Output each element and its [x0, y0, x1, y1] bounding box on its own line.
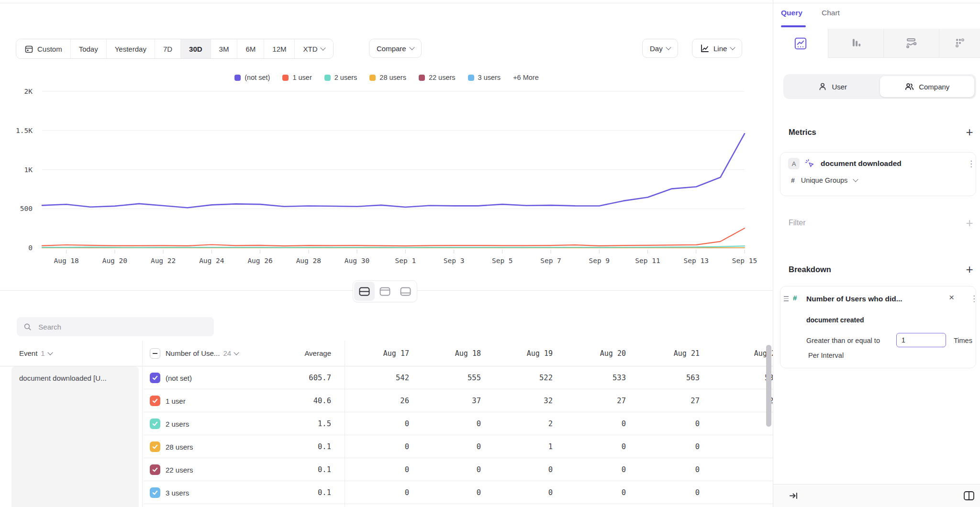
event-column-header[interactable]: Event 1 — [19, 341, 52, 366]
range-6m-button[interactable]: 6M — [237, 39, 264, 58]
row-checkbox[interactable] — [150, 396, 160, 406]
metric-measure-row[interactable]: # Unique Groups — [791, 176, 858, 184]
group-value-label[interactable]: 22 users — [166, 458, 193, 481]
row-checkbox[interactable] — [150, 487, 160, 498]
breakdown-value-input[interactable] — [896, 333, 946, 347]
breakdown-condition-label[interactable]: Greater than or equal to — [806, 337, 880, 344]
breakdown-menu-icon[interactable]: ⋮ — [970, 294, 978, 304]
event-count: 1 — [41, 349, 45, 357]
range-3m-button[interactable]: 3M — [211, 39, 238, 58]
group-value-label[interactable]: 3 users — [166, 481, 189, 504]
event-cell[interactable]: document downloaded [U... — [11, 366, 139, 507]
scope-company-button[interactable]: Company — [880, 76, 975, 97]
breakdown-event-name: document created — [806, 316, 864, 324]
cell-value: 0 — [647, 412, 700, 435]
group-column-header[interactable]: Number of Use... 24 — [166, 341, 238, 366]
vertical-scrollbar[interactable] — [766, 345, 771, 427]
chart-type-line-tab[interactable] — [773, 29, 828, 58]
add-filter-button[interactable]: + — [964, 217, 975, 229]
y-axis-label: 1K — [24, 166, 33, 174]
top-divider — [0, 3, 980, 3]
breakdown-per-interval-label[interactable]: Per Interval — [808, 352, 844, 359]
breakdown-card[interactable]: # Number of Users who did... × ⋮ documen… — [780, 286, 976, 368]
range-7d-button[interactable]: 7D — [155, 39, 181, 58]
group-value-label[interactable]: 2 users — [166, 412, 189, 435]
group-value-label[interactable]: 28 users — [166, 435, 193, 458]
cell-value: 0 — [573, 481, 626, 504]
cell-value: 563 — [647, 366, 700, 389]
x-axis-label: Aug 20 — [102, 257, 127, 265]
breakdown-property-name: Number of Users who did... — [806, 295, 902, 303]
layout-split-rows-button[interactable] — [354, 282, 375, 301]
metric-letter-badge: A — [788, 158, 800, 169]
layout-panel-bottom-button[interactable] — [395, 282, 416, 301]
range-label: Today — [79, 45, 98, 53]
cell-value: 1 — [500, 435, 553, 458]
range-xtd-button[interactable]: XTD — [295, 39, 333, 58]
average-column-header: Average — [274, 341, 331, 366]
compare-button[interactable]: Compare — [369, 39, 422, 58]
group-value-label[interactable]: (not set) — [166, 366, 192, 389]
x-axis-label: Sep 9 — [589, 257, 610, 265]
search-box[interactable] — [17, 317, 214, 336]
table-row: 1 user40.6263732272728 — [144, 389, 773, 412]
row-checkbox[interactable] — [150, 441, 160, 452]
layout-switcher — [353, 280, 417, 302]
range-30d-button[interactable]: 30D — [181, 39, 211, 58]
check-icon — [152, 420, 158, 427]
range-today-button[interactable]: Today — [71, 39, 107, 58]
chart-type-flow-tab[interactable] — [883, 29, 939, 58]
chart-type-grid-tab[interactable] — [939, 29, 980, 58]
legend-item[interactable]: 22 users — [419, 74, 456, 81]
line-chart[interactable]: 05001K1.5K2KAug 18Aug 20Aug 22Aug 24Aug … — [0, 86, 773, 265]
tab-chart[interactable]: Chart — [822, 9, 840, 17]
legend-swatch — [468, 75, 474, 81]
row-checkbox[interactable] — [150, 373, 160, 383]
cell-value: 533 — [573, 366, 626, 389]
metric-menu-icon[interactable]: ⋮ — [967, 159, 975, 169]
collapse-panel-icon[interactable] — [789, 490, 800, 501]
legend-more-link[interactable]: +6 More — [513, 74, 539, 81]
layout-panel-top-button[interactable] — [375, 282, 395, 301]
cell-value: 542 — [356, 366, 409, 389]
column-divider — [142, 341, 143, 507]
table-body: (not set)605.75425555225335635311 user40… — [144, 366, 773, 507]
select-all-checkbox[interactable] — [150, 341, 160, 366]
legend-item[interactable]: 3 users — [468, 74, 501, 81]
legend-label: 3 users — [478, 74, 501, 81]
search-input[interactable] — [37, 322, 207, 331]
cell-value: 0 — [428, 412, 481, 435]
interval-label: Day — [650, 44, 663, 53]
chart-type-bar-tab[interactable] — [828, 29, 883, 58]
cell-value: 0 — [725, 458, 773, 481]
average-value: 0.1 — [274, 481, 331, 504]
legend-item[interactable]: (not set) — [234, 74, 270, 81]
chart-legend: (not set)1 user2 users28 users22 users3 … — [0, 72, 773, 83]
legend-item[interactable]: 1 user — [282, 74, 312, 81]
tab-query[interactable]: Query — [781, 9, 802, 17]
scope-user-button[interactable]: User — [785, 76, 880, 97]
chart-type-button[interactable]: Line — [692, 39, 742, 58]
x-axis-label: Aug 22 — [151, 257, 176, 265]
cell-value: 522 — [500, 366, 553, 389]
y-axis-label: 500 — [20, 205, 33, 212]
cell-value: 0 — [725, 481, 773, 504]
row-checkbox[interactable] — [150, 464, 160, 475]
scope-user-label: User — [832, 83, 847, 91]
add-metric-button[interactable]: + — [964, 126, 975, 138]
group-value-label[interactable]: 1 user — [166, 389, 186, 412]
range-12m-button[interactable]: 12M — [264, 39, 295, 58]
interval-button[interactable]: Day — [642, 39, 678, 58]
legend-item[interactable]: 2 users — [324, 74, 357, 81]
x-axis-label: Aug 26 — [247, 257, 272, 265]
row-checkbox[interactable] — [150, 419, 160, 429]
x-axis-label: Sep 11 — [635, 257, 660, 265]
range-yesterday-button[interactable]: Yesterday — [107, 39, 155, 58]
remove-breakdown-icon[interactable]: × — [949, 292, 954, 303]
add-breakdown-button[interactable]: + — [964, 264, 975, 275]
legend-item[interactable]: 28 users — [369, 74, 406, 81]
drag-handle-icon[interactable] — [784, 296, 789, 301]
range-custom-button[interactable]: Custom — [16, 39, 71, 58]
metric-card[interactable]: A document downloaded ⋮ # Unique Groups — [780, 152, 976, 196]
split-view-icon[interactable] — [963, 490, 975, 502]
